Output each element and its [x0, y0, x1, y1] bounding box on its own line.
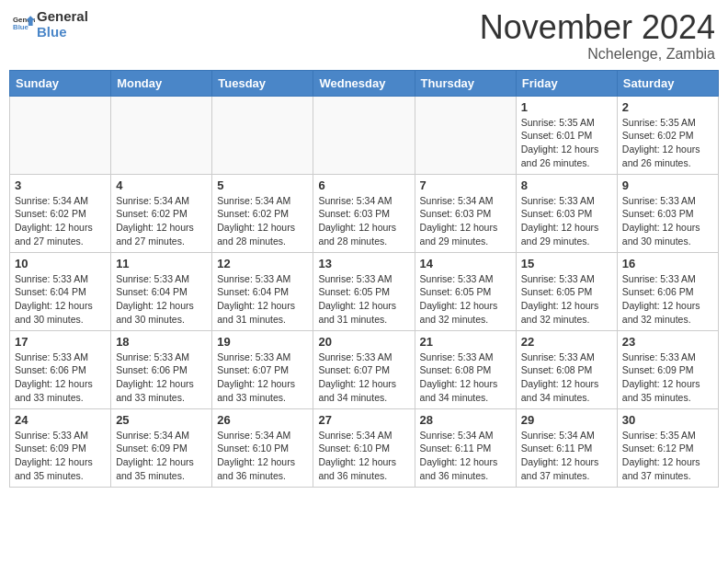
calendar-cell-4-6: 22Sunrise: 5:33 AMSunset: 6:08 PMDayligh…: [516, 330, 617, 408]
calendar-cell-1-5: [415, 96, 516, 174]
weekday-header-saturday: Saturday: [617, 70, 718, 96]
day-info: Sunrise: 5:34 AMSunset: 6:03 PMDaylight:…: [318, 194, 409, 248]
calendar-cell-5-2: 25Sunrise: 5:34 AMSunset: 6:09 PMDayligh…: [111, 408, 212, 487]
calendar-cell-1-1: [10, 96, 111, 174]
day-number: 30: [622, 413, 713, 427]
day-info: Sunrise: 5:33 AMSunset: 6:09 PMDaylight:…: [15, 429, 106, 483]
day-number: 16: [622, 257, 713, 270]
calendar-cell-4-4: 20Sunrise: 5:33 AMSunset: 6:07 PMDayligh…: [313, 330, 415, 408]
day-number: 14: [420, 257, 511, 270]
day-number: 28: [420, 413, 511, 427]
day-number: 3: [15, 178, 106, 192]
day-number: 13: [318, 257, 409, 270]
calendar-cell-4-3: 19Sunrise: 5:33 AMSunset: 6:07 PMDayligh…: [212, 330, 313, 408]
logo-icon: General Blue: [13, 12, 35, 34]
day-info: Sunrise: 5:35 AMSunset: 6:12 PMDaylight:…: [622, 429, 713, 483]
day-info: Sunrise: 5:34 AMSunset: 6:11 PMDaylight:…: [521, 429, 612, 483]
location-subtitle: Nchelenge, Zambia: [480, 46, 715, 63]
calendar-cell-2-2: 4Sunrise: 5:34 AMSunset: 6:02 PMDaylight…: [111, 174, 212, 252]
svg-text:Blue: Blue: [13, 23, 29, 31]
day-number: 4: [116, 178, 207, 192]
day-number: 19: [217, 335, 308, 349]
day-info: Sunrise: 5:33 AMSunset: 6:06 PMDaylight:…: [116, 350, 207, 405]
day-number: 9: [622, 178, 713, 192]
calendar-week-row-2: 3Sunrise: 5:34 AMSunset: 6:02 PMDaylight…: [10, 174, 719, 252]
weekday-header-thursday: Thursday: [415, 70, 516, 96]
day-info: Sunrise: 5:34 AMSunset: 6:10 PMDaylight:…: [217, 429, 308, 483]
calendar-cell-1-2: [111, 96, 212, 174]
day-info: Sunrise: 5:34 AMSunset: 6:11 PMDaylight:…: [420, 429, 511, 483]
calendar-cell-3-4: 13Sunrise: 5:33 AMSunset: 6:05 PMDayligh…: [313, 252, 415, 330]
day-info: Sunrise: 5:34 AMSunset: 6:02 PMDaylight:…: [217, 194, 308, 248]
calendar-cell-4-2: 18Sunrise: 5:33 AMSunset: 6:06 PMDayligh…: [111, 330, 212, 408]
day-info: Sunrise: 5:34 AMSunset: 6:09 PMDaylight:…: [116, 429, 207, 483]
day-number: 26: [217, 413, 308, 427]
calendar-cell-5-3: 26Sunrise: 5:34 AMSunset: 6:10 PMDayligh…: [212, 408, 313, 487]
day-info: Sunrise: 5:33 AMSunset: 6:07 PMDaylight:…: [318, 350, 409, 405]
day-number: 15: [521, 257, 612, 270]
day-info: Sunrise: 5:33 AMSunset: 6:06 PMDaylight:…: [15, 350, 106, 405]
weekday-header-sunday: Sunday: [10, 70, 111, 96]
day-info: Sunrise: 5:33 AMSunset: 6:04 PMDaylight:…: [217, 272, 308, 327]
calendar-cell-2-3: 5Sunrise: 5:34 AMSunset: 6:02 PMDaylight…: [212, 174, 313, 252]
month-year-title: November 2024: [480, 9, 715, 46]
day-info: Sunrise: 5:33 AMSunset: 6:05 PMDaylight:…: [521, 272, 612, 327]
calendar-week-row-5: 24Sunrise: 5:33 AMSunset: 6:09 PMDayligh…: [10, 408, 719, 487]
day-info: Sunrise: 5:33 AMSunset: 6:03 PMDaylight:…: [521, 194, 612, 248]
calendar-cell-5-4: 27Sunrise: 5:34 AMSunset: 6:10 PMDayligh…: [313, 408, 415, 487]
calendar-cell-3-3: 12Sunrise: 5:33 AMSunset: 6:04 PMDayligh…: [212, 252, 313, 330]
calendar-cell-3-2: 11Sunrise: 5:33 AMSunset: 6:04 PMDayligh…: [111, 252, 212, 330]
calendar-header-row: SundayMondayTuesdayWednesdayThursdayFrid…: [10, 70, 719, 96]
day-number: 25: [116, 413, 207, 427]
day-info: Sunrise: 5:34 AMSunset: 6:10 PMDaylight:…: [318, 429, 409, 483]
day-info: Sunrise: 5:34 AMSunset: 6:03 PMDaylight:…: [420, 194, 511, 248]
day-info: Sunrise: 5:33 AMSunset: 6:07 PMDaylight:…: [217, 350, 308, 405]
calendar-cell-1-6: 1Sunrise: 5:35 AMSunset: 6:01 PMDaylight…: [516, 96, 617, 174]
day-number: 6: [318, 178, 409, 192]
calendar-cell-3-1: 10Sunrise: 5:33 AMSunset: 6:04 PMDayligh…: [10, 252, 111, 330]
day-number: 18: [116, 335, 207, 349]
day-number: 8: [521, 178, 612, 192]
day-number: 27: [318, 413, 409, 427]
calendar-cell-5-5: 28Sunrise: 5:34 AMSunset: 6:11 PMDayligh…: [415, 408, 516, 487]
day-number: 24: [15, 413, 106, 427]
calendar-cell-4-7: 23Sunrise: 5:33 AMSunset: 6:09 PMDayligh…: [617, 330, 718, 408]
weekday-header-wednesday: Wednesday: [313, 70, 415, 96]
day-info: Sunrise: 5:33 AMSunset: 6:06 PMDaylight:…: [622, 272, 713, 327]
day-number: 21: [420, 335, 511, 349]
day-number: 10: [15, 257, 106, 270]
weekday-header-friday: Friday: [516, 70, 617, 96]
day-number: 7: [420, 178, 511, 192]
logo-line1: General: [37, 9, 88, 25]
day-number: 20: [318, 335, 409, 349]
calendar-cell-1-3: [212, 96, 313, 174]
calendar-week-row-1: 1Sunrise: 5:35 AMSunset: 6:01 PMDaylight…: [10, 96, 719, 174]
calendar-cell-3-7: 16Sunrise: 5:33 AMSunset: 6:06 PMDayligh…: [617, 252, 718, 330]
day-info: Sunrise: 5:34 AMSunset: 6:02 PMDaylight:…: [116, 194, 207, 248]
day-number: 1: [521, 100, 612, 114]
calendar-cell-1-7: 2Sunrise: 5:35 AMSunset: 6:02 PMDaylight…: [617, 96, 718, 174]
calendar-cell-4-5: 21Sunrise: 5:33 AMSunset: 6:08 PMDayligh…: [415, 330, 516, 408]
day-info: Sunrise: 5:35 AMSunset: 6:02 PMDaylight:…: [622, 116, 713, 170]
calendar-cell-4-1: 17Sunrise: 5:33 AMSunset: 6:06 PMDayligh…: [10, 330, 111, 408]
day-info: Sunrise: 5:33 AMSunset: 6:03 PMDaylight:…: [622, 194, 713, 248]
calendar-cell-2-6: 8Sunrise: 5:33 AMSunset: 6:03 PMDaylight…: [516, 174, 617, 252]
day-number: 2: [622, 100, 713, 114]
calendar-cell-2-5: 7Sunrise: 5:34 AMSunset: 6:03 PMDaylight…: [415, 174, 516, 252]
calendar-table: SundayMondayTuesdayWednesdayThursdayFrid…: [9, 70, 719, 488]
day-info: Sunrise: 5:33 AMSunset: 6:04 PMDaylight:…: [116, 272, 207, 327]
day-number: 11: [116, 257, 207, 270]
day-number: 17: [15, 335, 106, 349]
day-info: Sunrise: 5:33 AMSunset: 6:09 PMDaylight:…: [622, 350, 713, 405]
calendar-cell-2-1: 3Sunrise: 5:34 AMSunset: 6:02 PMDaylight…: [10, 174, 111, 252]
page-header: General Blue General Blue November 2024 …: [9, 9, 719, 63]
calendar-week-row-3: 10Sunrise: 5:33 AMSunset: 6:04 PMDayligh…: [10, 252, 719, 330]
calendar-cell-2-7: 9Sunrise: 5:33 AMSunset: 6:03 PMDaylight…: [617, 174, 718, 252]
logo: General Blue General Blue: [13, 9, 88, 40]
calendar-cell-5-6: 29Sunrise: 5:34 AMSunset: 6:11 PMDayligh…: [516, 408, 617, 487]
calendar-cell-3-5: 14Sunrise: 5:33 AMSunset: 6:05 PMDayligh…: [415, 252, 516, 330]
day-number: 22: [521, 335, 612, 349]
weekday-header-tuesday: Tuesday: [212, 70, 313, 96]
day-info: Sunrise: 5:35 AMSunset: 6:01 PMDaylight:…: [521, 116, 612, 170]
calendar-cell-3-6: 15Sunrise: 5:33 AMSunset: 6:05 PMDayligh…: [516, 252, 617, 330]
